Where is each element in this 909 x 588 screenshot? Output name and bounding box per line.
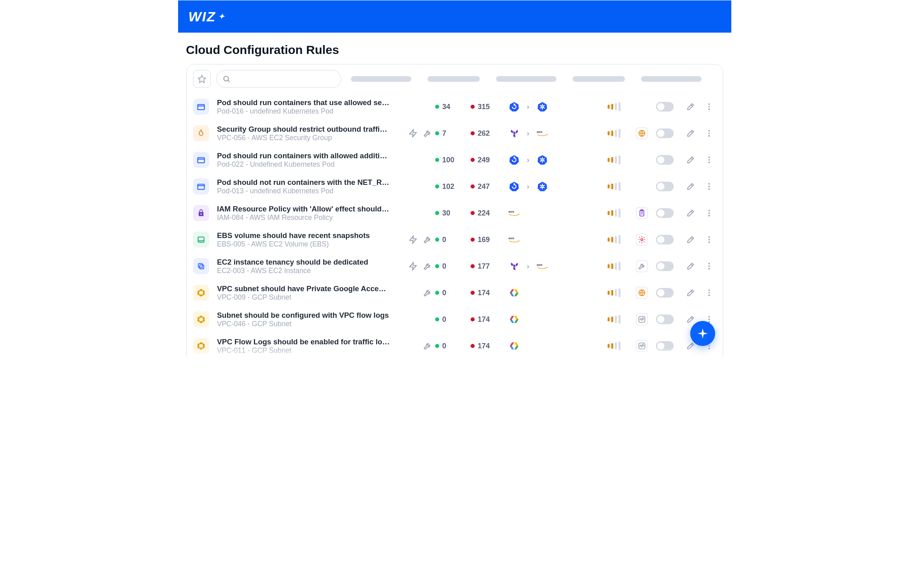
column-placeholder — [351, 76, 411, 82]
enable-toggle[interactable] — [656, 155, 674, 165]
wrench-icon — [422, 314, 433, 325]
app-header: WIZ ✦ — [178, 0, 731, 33]
svg-point-80 — [203, 346, 204, 348]
star-icon — [197, 75, 206, 83]
more-button[interactable] — [701, 288, 717, 297]
svg-point-42 — [708, 239, 710, 240]
zap-icon — [408, 288, 418, 298]
assistant-fab[interactable] — [690, 321, 715, 346]
fail-dot-icon — [471, 317, 475, 321]
edit-button[interactable] — [683, 209, 699, 217]
svg-marker-46 — [409, 263, 416, 270]
column-placeholder — [641, 76, 701, 82]
table-row[interactable]: VPC Flow Logs should be enabled for traf… — [190, 333, 720, 358]
more-button[interactable] — [701, 102, 717, 111]
table-row[interactable]: IAM Resource Policy with 'Allow' effect … — [190, 200, 720, 226]
svg-rect-3 — [197, 105, 204, 110]
table-row[interactable]: Pod should not run containers with the N… — [190, 173, 720, 200]
more-button[interactable] — [701, 262, 717, 271]
favorite-filter-button[interactable] — [193, 70, 211, 88]
search-input[interactable] — [230, 75, 335, 83]
severity-indicator — [608, 288, 633, 297]
edit-button[interactable] — [683, 102, 699, 111]
pass-dot-icon — [435, 184, 439, 188]
zap-icon — [408, 314, 418, 325]
providers-cell — [508, 314, 605, 325]
enable-toggle[interactable] — [656, 208, 674, 218]
enable-toggle[interactable] — [656, 261, 674, 271]
more-button[interactable] — [701, 155, 717, 164]
pass-count: 0 — [435, 315, 468, 324]
edit-button[interactable] — [683, 235, 699, 244]
pass-value: 7 — [442, 129, 446, 138]
edit-button[interactable] — [683, 182, 699, 191]
more-button[interactable] — [701, 209, 717, 217]
providers-cell: ›aws — [508, 128, 605, 139]
rule-subtitle: Pod-013 - undefined Kubernetes Pod — [217, 187, 390, 195]
rule-subtitle: IAM-084 - AWS IAM Resource Policy — [217, 213, 390, 222]
enable-toggle[interactable] — [656, 315, 674, 324]
fail-value: 174 — [478, 315, 490, 324]
enable-toggle[interactable] — [656, 235, 674, 244]
rule-title: Pod should not run containers with the N… — [217, 178, 390, 187]
enable-toggle[interactable] — [656, 102, 674, 112]
svg-point-1 — [224, 76, 228, 81]
kube-icon — [537, 101, 548, 112]
table-row[interactable]: Pod should run containers that use allow… — [190, 93, 720, 120]
wrench-icon — [422, 288, 433, 298]
fail-dot-icon — [471, 291, 475, 295]
chevron-right-icon: › — [527, 262, 529, 271]
quick-action-icons — [396, 261, 433, 271]
category-chip — [636, 207, 648, 219]
svg-rect-37 — [198, 237, 204, 242]
pass-count: 30 — [435, 209, 468, 217]
rule-subtitle: VPC-011 - GCP Subnet — [217, 346, 390, 355]
aws-icon: aws — [508, 207, 520, 219]
enable-toggle[interactable] — [656, 182, 674, 191]
pass-count: 100 — [435, 156, 468, 164]
rule-subtitle: VPC-009 - GCP Subnet — [217, 293, 390, 302]
quick-action-icons — [396, 128, 433, 139]
svg-point-62 — [708, 292, 710, 294]
rule-title: Pod should run containers that use allow… — [217, 98, 390, 107]
svg-point-21 — [708, 159, 710, 161]
more-button[interactable] — [701, 182, 717, 191]
edit-button[interactable] — [683, 262, 699, 271]
search-input-wrapper[interactable] — [216, 70, 341, 88]
enable-toggle[interactable] — [656, 128, 674, 138]
svg-point-50 — [708, 268, 710, 270]
table-row[interactable]: EC2 instance tenancy should be dedicated… — [190, 253, 720, 280]
zap-icon — [408, 234, 418, 245]
fail-count: 262 — [471, 129, 506, 138]
providers-cell: aws — [508, 234, 605, 245]
edit-button[interactable] — [683, 155, 699, 164]
wrench-icon — [422, 208, 433, 218]
edit-button[interactable] — [683, 129, 699, 138]
pass-count: 0 — [435, 262, 468, 271]
rule-title-block: Pod should not run containers with the N… — [217, 178, 394, 195]
svg-point-35 — [708, 212, 710, 214]
table-row[interactable]: EBS volume should have recent snapshotsE… — [190, 226, 720, 253]
enable-toggle[interactable] — [656, 288, 674, 298]
severity-indicator — [608, 182, 633, 191]
more-button[interactable] — [701, 235, 717, 244]
table-row[interactable]: Subnet should be configured with VPC flo… — [190, 306, 720, 333]
pass-dot-icon — [435, 344, 439, 348]
edit-button[interactable] — [683, 288, 699, 297]
table-row[interactable]: Pod should run containers with allowed a… — [190, 147, 720, 173]
svg-point-66 — [203, 318, 204, 319]
table-row[interactable]: Security Group should restrict outbound … — [190, 120, 720, 147]
enable-toggle[interactable] — [656, 341, 674, 351]
pass-value: 0 — [442, 315, 446, 324]
more-button[interactable] — [701, 129, 717, 138]
chevron-right-icon: › — [527, 129, 529, 138]
pass-dot-icon — [435, 105, 439, 109]
quick-action-icons — [396, 181, 433, 192]
rule-title-block: Subnet should be configured with VPC flo… — [217, 311, 394, 328]
kube-restart-icon — [508, 101, 520, 112]
table-row[interactable]: VPC subnet should have Private Google Ac… — [190, 280, 720, 306]
pass-value: 0 — [442, 289, 446, 297]
svg-point-67 — [203, 320, 204, 321]
severity-indicator — [608, 209, 633, 217]
quick-action-icons — [396, 234, 433, 245]
